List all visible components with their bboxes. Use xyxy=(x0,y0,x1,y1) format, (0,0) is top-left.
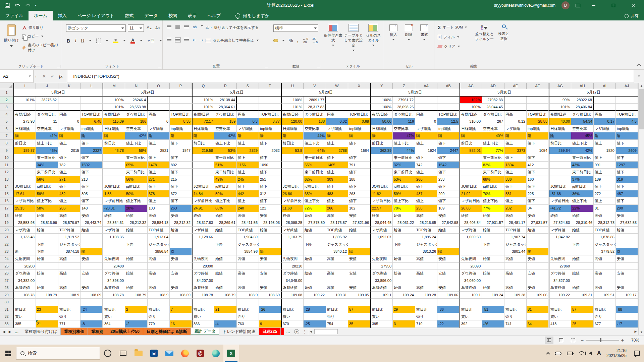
cell[interactable]: 1,092.07 xyxy=(370,234,393,241)
copy-button[interactable]: コピー xyxy=(22,34,44,39)
cell[interactable]: 終値 xyxy=(281,212,304,220)
cell[interactable]: 買い xyxy=(460,313,482,320)
cell[interactable]: 値上 xyxy=(148,169,170,176)
cell[interactable]: 値下 xyxy=(616,197,638,205)
cell[interactable]: 312 xyxy=(259,190,281,198)
cell[interactable]: 33,896.00 xyxy=(370,277,393,285)
cell[interactable]: 安値 xyxy=(616,284,638,292)
cell[interactable]: 安値 xyxy=(437,270,460,277)
cell[interactable]: 1502 xyxy=(80,162,103,169)
row-header-19[interactable]: 19 xyxy=(0,219,13,227)
cell[interactable] xyxy=(192,241,214,248)
cell[interactable] xyxy=(393,263,415,270)
cell[interactable] xyxy=(393,299,415,306)
row-header-12[interactable]: 12 xyxy=(0,169,13,176)
font-size-select[interactable]: 11 xyxy=(128,24,144,32)
cell[interactable]: 値下 xyxy=(170,140,192,147)
cell[interactable]: マザ陽陰 xyxy=(504,125,527,133)
cell[interactable]: 円高 xyxy=(58,111,80,118)
cell[interactable]: 233 xyxy=(437,176,460,183)
cell[interactable]: 741 xyxy=(504,320,527,328)
cell[interactable] xyxy=(304,263,326,270)
cell[interactable]: TOP前日比 xyxy=(527,111,549,118)
cell[interactable]: 空売比率 xyxy=(214,125,237,133)
cell[interactable]: jq前日比 xyxy=(304,183,326,190)
cell[interactable]: 値下 xyxy=(437,140,460,147)
cell[interactable]: 159 xyxy=(214,118,237,125)
cell[interactable]: 51% xyxy=(214,162,237,169)
cell[interactable]: 円高 xyxy=(594,111,616,118)
cell[interactable]: 始値 xyxy=(482,212,504,220)
cell[interactable]: 値上 xyxy=(148,154,170,162)
cell[interactable]: 値上下比 xyxy=(482,140,504,147)
cell[interactable]: 安値 xyxy=(348,255,370,263)
cell[interactable]: JQ前日比 xyxy=(13,183,36,190)
cell[interactable]: 日経陽陰 xyxy=(13,125,36,133)
underline-button[interactable]: U xyxy=(81,38,84,43)
cell[interactable] xyxy=(549,241,571,248)
cell[interactable] xyxy=(13,169,36,176)
cell[interactable] xyxy=(437,234,460,241)
cell[interactable]: 148 xyxy=(80,205,103,212)
cell[interactable]: 263 xyxy=(170,205,192,212)
cell[interactable]: 値下 xyxy=(80,169,103,176)
cell[interactable] xyxy=(437,263,460,270)
column-header-AH[interactable]: AH xyxy=(571,83,594,89)
customize-qat-icon[interactable]: ▾ xyxy=(35,3,40,8)
sheet-tab-トレンド統計関連[interactable]: トレンド統計関連 xyxy=(219,328,259,335)
cell[interactable]: 値下 xyxy=(527,154,549,162)
cell[interactable]: 値下 xyxy=(170,169,192,176)
cell[interactable] xyxy=(259,104,281,111)
cell[interactable]: 下降 xyxy=(36,241,58,248)
cell[interactable]: 36% xyxy=(571,190,594,198)
cell[interactable] xyxy=(370,169,393,176)
cell[interactable] xyxy=(370,299,393,306)
cell[interactable] xyxy=(594,97,616,104)
select-all-corner[interactable] xyxy=(0,83,13,89)
cell[interactable]: 42% xyxy=(214,132,237,140)
cell[interactable]: 安値 xyxy=(259,212,281,220)
cell[interactable]: 108.9 xyxy=(148,292,170,299)
cell[interactable]: 2329 xyxy=(237,147,259,155)
cell[interactable]: -28 xyxy=(304,306,326,313)
row-header-22[interactable]: 22 xyxy=(0,241,13,248)
cell[interactable] xyxy=(504,97,527,104)
cell[interactable] xyxy=(80,97,103,104)
cell[interactable]: jq前日比 xyxy=(393,183,415,190)
cell[interactable]: 高値 xyxy=(58,270,80,277)
cell[interactable]: 6.48 xyxy=(80,118,103,125)
cell[interactable]: 値上 xyxy=(326,169,348,176)
cell[interactable]: 7 xyxy=(170,306,192,313)
cell[interactable]: 272 xyxy=(594,190,616,198)
date-cell[interactable]: 5月24日 xyxy=(13,89,103,97)
cell[interactable]: 東一前日比 xyxy=(36,154,58,162)
cell[interactable]: -310.00 xyxy=(460,118,482,125)
sheet-tab-業種別張り付けば[interactable]: 業種別張り付けば xyxy=(21,328,61,335)
cell[interactable] xyxy=(304,313,326,320)
cell[interactable]: マザ陽陰 xyxy=(58,125,80,133)
cell[interactable]: 高値 xyxy=(504,270,527,277)
cell[interactable]: 2521 xyxy=(148,147,170,155)
cell[interactable] xyxy=(594,104,616,111)
row-header-11[interactable]: 11 xyxy=(0,162,13,169)
sort-filter-button[interactable]: AZ 並べ替えと フィルター xyxy=(474,24,495,42)
cell[interactable]: -273.98 xyxy=(13,118,36,125)
cell[interactable]: ジャスダック xyxy=(148,241,170,248)
cell[interactable]: 空売比率 xyxy=(571,125,594,133)
cell[interactable] xyxy=(482,277,504,285)
cell[interactable]: 26.68 xyxy=(460,205,482,212)
cell[interactable]: top陽陰 xyxy=(170,125,192,133)
taskbar-app-mail[interactable] xyxy=(162,345,177,362)
cell[interactable]: 高値 xyxy=(594,270,616,277)
cell[interactable] xyxy=(192,299,214,306)
font-dialog-launcher-icon[interactable] xyxy=(158,65,161,68)
cell[interactable]: 782 xyxy=(58,162,80,169)
cell[interactable]: 121 xyxy=(259,205,281,212)
cell[interactable]: JQ前日比 xyxy=(549,183,571,190)
cell[interactable]: ダウ前日比 xyxy=(214,111,237,118)
cell[interactable] xyxy=(437,104,460,111)
row-header-20[interactable]: 20 xyxy=(0,227,13,234)
cell[interactable]: 始値 xyxy=(214,255,237,263)
cell[interactable]: 高値 xyxy=(415,212,437,220)
cell[interactable]: 56% xyxy=(125,176,148,183)
